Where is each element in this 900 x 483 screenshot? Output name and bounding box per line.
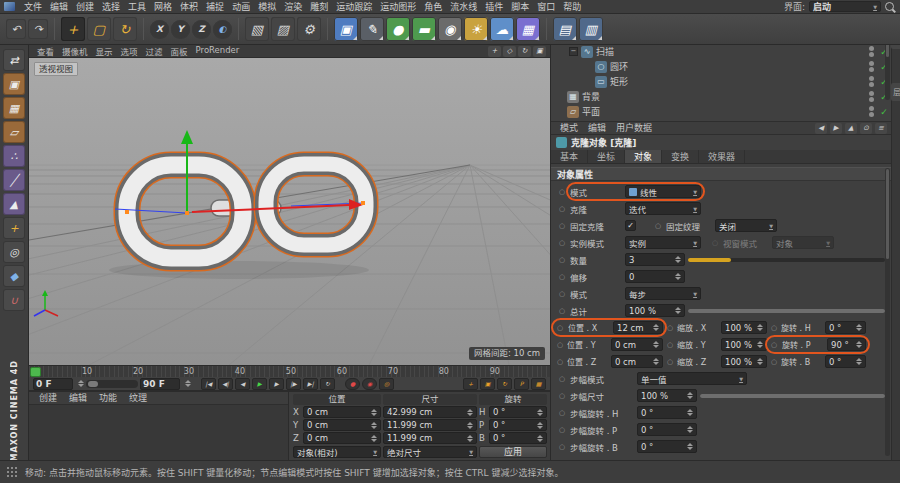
pin-icon[interactable]: ⊙ bbox=[860, 123, 872, 134]
parent-icon[interactable]: ▲ bbox=[845, 123, 857, 134]
previous-frame-button[interactable]: ◀ bbox=[235, 378, 250, 390]
tree-row-background[interactable]: ▦ 背景 ✓ bbox=[555, 89, 889, 104]
viewport-menu-item[interactable]: 选项 bbox=[117, 45, 142, 57]
menubar-item[interactable]: 动画 bbox=[228, 0, 254, 14]
next-frame-button[interactable]: ▶ bbox=[269, 378, 284, 390]
back-icon[interactable]: ◀ bbox=[815, 123, 827, 134]
y-axis-lock-icon[interactable]: Y bbox=[171, 20, 190, 39]
x-axis-lock-icon[interactable]: X bbox=[150, 20, 169, 39]
sky-icon[interactable]: ☁ bbox=[490, 17, 514, 41]
total-field[interactable]: 100 % bbox=[625, 304, 685, 317]
polygon-mode-icon[interactable]: ▲ bbox=[3, 193, 25, 215]
fix-texture-dropdown[interactable]: 关闭▼ bbox=[715, 219, 777, 232]
autokey-button[interactable]: ◉ bbox=[362, 378, 377, 390]
light-icon[interactable]: ☀ bbox=[464, 17, 488, 41]
rotation-p-field[interactable]: 0 ° bbox=[489, 419, 547, 431]
step-mode-dropdown[interactable]: 每步▼ bbox=[625, 287, 701, 300]
cube-primitive-icon[interactable]: ▣ bbox=[334, 17, 358, 41]
attribute-menu-item[interactable]: 用户数据 bbox=[611, 122, 657, 135]
size-z-field[interactable]: 11.999 cm bbox=[383, 432, 477, 444]
viewport-menu-item[interactable]: 过滤 bbox=[142, 45, 167, 57]
total-slider[interactable] bbox=[688, 309, 885, 313]
menubar-item[interactable]: 流水线 bbox=[446, 0, 481, 14]
menubar-item[interactable]: 编辑 bbox=[46, 0, 72, 14]
spline-pen-icon[interactable]: ✎ bbox=[360, 17, 384, 41]
spinner-icon[interactable] bbox=[467, 435, 473, 442]
animation-toggle[interactable]: ○ bbox=[665, 358, 675, 366]
spinner-icon[interactable] bbox=[675, 273, 681, 280]
spinner-icon[interactable] bbox=[653, 324, 659, 331]
spinner-icon[interactable] bbox=[185, 380, 191, 387]
animation-toggle[interactable]: ○ bbox=[769, 341, 779, 349]
spinner-icon[interactable] bbox=[675, 307, 681, 314]
animation-toggle[interactable]: ○ bbox=[557, 307, 567, 315]
spinner-icon[interactable] bbox=[653, 341, 659, 348]
viewport-menu-item[interactable]: ProRender bbox=[192, 45, 244, 57]
key-scale-button[interactable]: ▣ bbox=[480, 378, 495, 390]
keyframe-selection-button[interactable]: ◎ bbox=[379, 378, 394, 390]
move-tool-icon[interactable]: + bbox=[61, 17, 85, 41]
menubar-item[interactable]: 角色 bbox=[420, 0, 446, 14]
viewport-menu-item[interactable]: 显示 bbox=[92, 45, 117, 57]
layers-tab[interactable]: 层 bbox=[891, 83, 900, 101]
animation-toggle[interactable]: ○ bbox=[557, 222, 567, 230]
material-menu-item[interactable]: 创建 bbox=[33, 392, 63, 404]
spinner-icon[interactable] bbox=[687, 443, 693, 450]
end-frame-field[interactable]: 90 F bbox=[140, 378, 180, 390]
maximize-view-icon[interactable]: ▣ bbox=[533, 46, 546, 57]
view-label[interactable]: 透视视图 bbox=[34, 62, 78, 76]
spinner-icon[interactable] bbox=[371, 422, 377, 429]
spinner-icon[interactable] bbox=[537, 435, 543, 442]
snap-icon[interactable]: ◆ bbox=[3, 265, 25, 287]
visibility-dot-icon[interactable] bbox=[869, 61, 874, 72]
menubar-item[interactable]: 插件 bbox=[481, 0, 507, 14]
menubar-item[interactable]: 选择 bbox=[98, 0, 124, 14]
animation-toggle[interactable]: ○ bbox=[557, 443, 567, 451]
visibility-dot-icon[interactable] bbox=[869, 106, 874, 117]
spinner-icon[interactable] bbox=[757, 341, 763, 348]
menubar-item[interactable]: 体积 bbox=[176, 0, 202, 14]
key-rotation-button[interactable]: ↻ bbox=[497, 378, 512, 390]
position-z-field[interactable]: 0 cm bbox=[303, 432, 381, 444]
material-menu-item[interactable]: 编辑 bbox=[63, 392, 93, 404]
zoom-view-icon[interactable]: ◇ bbox=[503, 46, 516, 57]
position-x-field[interactable]: 0 cm bbox=[303, 406, 381, 418]
coordinate-system-icon[interactable]: ◐ bbox=[213, 20, 232, 39]
spinner-icon[interactable] bbox=[467, 409, 473, 416]
texture-mode-icon[interactable]: ▦ bbox=[3, 97, 25, 119]
spinner-icon[interactable] bbox=[467, 422, 473, 429]
stride-rotation-h-field[interactable]: 0 ° bbox=[637, 406, 697, 419]
tab-object[interactable]: 对象 bbox=[625, 150, 662, 163]
menubar-item[interactable]: 网格 bbox=[150, 0, 176, 14]
coords-size-mode-dropdown[interactable]: 绝对尺寸▼ bbox=[383, 446, 477, 458]
tab-basic[interactable]: 基本 bbox=[551, 150, 588, 163]
animation-toggle[interactable]: ○ bbox=[557, 239, 567, 247]
camera-icon[interactable]: ◉ bbox=[438, 17, 462, 41]
visibility-dot-icon[interactable] bbox=[869, 76, 874, 87]
loop-button[interactable]: ↻ bbox=[320, 378, 335, 390]
menubar-item[interactable]: 雕刻 bbox=[306, 0, 332, 14]
workplane-mode-icon[interactable]: ▱ bbox=[3, 121, 25, 143]
position-y-field[interactable]: 0 cm bbox=[303, 419, 381, 431]
preview-range-slider[interactable] bbox=[86, 380, 138, 388]
render-view-icon[interactable]: ▧ bbox=[245, 17, 269, 41]
size-x-field[interactable]: 42.999 cm bbox=[383, 406, 477, 418]
visibility-dot-icon[interactable] bbox=[869, 46, 874, 57]
clone-rotation-b-field[interactable]: 0 ° bbox=[825, 355, 866, 368]
offset-field[interactable]: 0 bbox=[625, 270, 685, 283]
clone-position-z-field[interactable]: 0 cm bbox=[611, 355, 663, 368]
spinner-icon[interactable] bbox=[687, 426, 693, 433]
animation-toggle[interactable]: ○ bbox=[557, 273, 567, 281]
render-settings-icon[interactable]: ⚙ bbox=[297, 17, 321, 41]
animation-toggle[interactable]: ○ bbox=[555, 341, 565, 349]
material-menu-item[interactable]: 纹理 bbox=[123, 392, 153, 404]
viewport-canvas[interactable] bbox=[29, 58, 550, 365]
clone-rotation-p-field[interactable]: 90 ° bbox=[827, 338, 866, 351]
current-frame-marker[interactable] bbox=[30, 367, 41, 377]
apply-button[interactable]: 应用 bbox=[479, 446, 547, 458]
redo-icon[interactable]: ↷ bbox=[28, 19, 48, 39]
animation-toggle[interactable]: ○ bbox=[557, 375, 567, 383]
search-icon[interactable] bbox=[885, 2, 894, 11]
spinner-icon[interactable] bbox=[371, 409, 377, 416]
attribute-menu-item[interactable]: 模式 bbox=[555, 122, 583, 135]
